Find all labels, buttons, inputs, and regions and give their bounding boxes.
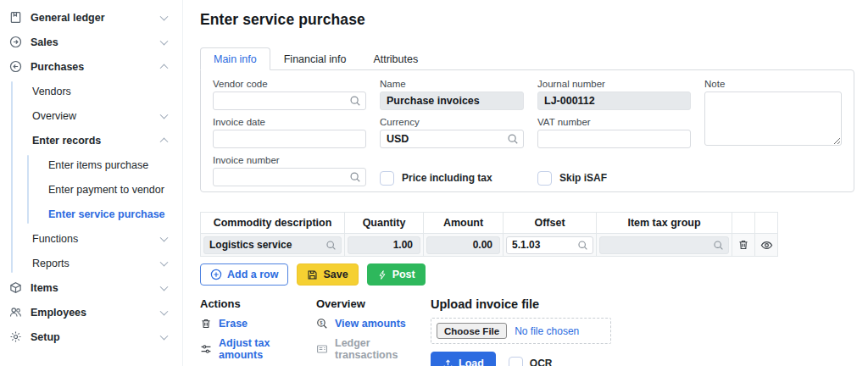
floppy-icon xyxy=(307,269,318,280)
add-row-label: Add a row xyxy=(227,269,278,280)
name-input xyxy=(380,92,524,110)
note-textarea[interactable] xyxy=(704,92,842,146)
delete-row-button[interactable] xyxy=(732,234,755,257)
sidebar-item-general-ledger[interactable]: General ledger xyxy=(0,5,182,30)
chevron-down-icon xyxy=(160,233,169,241)
view-amounts-link[interactable]: $ View amounts xyxy=(316,318,431,330)
search-icon[interactable] xyxy=(326,240,337,251)
list-card-icon xyxy=(316,343,328,355)
adjust-tax-amounts-label: Adjust tax amounts xyxy=(219,337,316,361)
quantity-input[interactable] xyxy=(348,236,420,254)
bottom-sections: Actions Erase Adjust tax amounts Overvie… xyxy=(200,297,854,366)
app-window: General ledger Sales Purchases Vendors O… xyxy=(0,0,868,366)
sidebar-item-vendors[interactable]: Vendors xyxy=(0,79,182,103)
search-icon[interactable] xyxy=(713,240,724,251)
col-view xyxy=(755,213,778,234)
sidebar-item-functions[interactable]: Functions xyxy=(0,226,182,251)
actions-title: Actions xyxy=(200,297,316,310)
invoice-number-input[interactable] xyxy=(213,168,366,186)
gear-icon xyxy=(8,330,22,344)
load-button[interactable]: Load xyxy=(431,352,496,366)
vendor-code-label: Vendor code xyxy=(213,79,366,89)
tab-main-info[interactable]: Main info xyxy=(200,47,270,70)
save-button[interactable]: Save xyxy=(297,263,358,286)
people-icon xyxy=(8,306,22,319)
arrow-left-circle-icon xyxy=(8,60,22,74)
main-content: Enter service purchase Main info Financi… xyxy=(183,0,868,366)
sidebar-item-employees[interactable]: Employees xyxy=(0,300,182,324)
invoice-number-label: Invoice number xyxy=(213,155,366,165)
plus-circle-icon xyxy=(210,269,222,280)
tab-bar: Main info Financial info Attributes xyxy=(200,47,854,69)
ocr-label: OCR xyxy=(530,358,553,366)
invoice-date-input[interactable] xyxy=(213,130,366,148)
col-offset: Offset xyxy=(504,213,597,234)
journal-number-label: Journal number xyxy=(537,79,691,89)
sidebar-item-enter-items-purchase[interactable]: Enter items purchase xyxy=(0,152,182,177)
overview-title: Overview xyxy=(316,297,431,310)
chevron-up-icon xyxy=(160,137,169,146)
price-including-tax-label: Price including tax xyxy=(402,172,492,184)
search-icon[interactable] xyxy=(349,95,361,107)
sidebar-item-label: Employees xyxy=(31,307,86,319)
invoice-date-label: Invoice date xyxy=(213,117,366,127)
chevron-down-icon xyxy=(160,12,169,20)
trash-icon xyxy=(737,239,749,251)
currency-input[interactable] xyxy=(380,130,524,148)
sidebar-item-items[interactable]: Items xyxy=(0,275,182,300)
choose-file-button[interactable]: Choose File xyxy=(437,323,507,339)
sidebar-item-label: Setup xyxy=(31,331,60,343)
sidebar-item-overview[interactable]: Overview xyxy=(0,103,182,128)
chevron-up-icon xyxy=(160,64,169,72)
erase-link[interactable]: Erase xyxy=(200,318,316,330)
skip-isaf-label: Skip iSAF xyxy=(559,172,607,184)
upload-title: Upload invoice file xyxy=(431,297,611,311)
search-icon[interactable] xyxy=(349,171,361,183)
currency-label: Currency xyxy=(380,117,524,127)
upload-icon xyxy=(442,358,453,366)
sliders-icon xyxy=(200,343,212,355)
sidebar-item-purchases[interactable]: Purchases xyxy=(0,54,182,79)
vendor-code-input[interactable] xyxy=(213,92,366,110)
skip-isaf-checkbox[interactable] xyxy=(537,171,552,186)
chevron-down-icon xyxy=(160,110,169,119)
col-delete xyxy=(732,213,755,234)
view-row-button[interactable] xyxy=(755,234,778,257)
price-including-tax-checkbox[interactable] xyxy=(380,171,394,186)
post-button[interactable]: Post xyxy=(367,263,426,286)
col-commodity-description: Commodity description xyxy=(201,213,345,234)
add-row-button[interactable]: Add a row xyxy=(200,263,288,286)
file-input[interactable]: Choose File No file chosen xyxy=(431,318,611,344)
purchases-submenu: Vendors Overview Enter records Enter ite… xyxy=(0,79,182,275)
sidebar-item-label: Enter service purchase xyxy=(48,208,165,220)
sidebar-item-enter-records[interactable]: Enter records xyxy=(0,128,182,152)
sidebar-item-label: Reports xyxy=(32,258,70,269)
tab-financial-info[interactable]: Financial info xyxy=(270,47,360,70)
load-row: Load OCR xyxy=(431,352,611,366)
sidebar-item-reports[interactable]: Reports xyxy=(0,251,182,275)
sidebar-item-sales[interactable]: Sales xyxy=(0,30,182,54)
tab-attributes[interactable]: Attributes xyxy=(359,47,431,70)
ocr-checkbox[interactable] xyxy=(509,357,523,366)
sidebar-item-label: Purchases xyxy=(31,61,84,73)
erase-label: Erase xyxy=(219,318,248,330)
col-item-tax-group: Item tax group xyxy=(597,213,732,234)
vat-number-input[interactable] xyxy=(537,130,691,148)
sidebar-item-label: Enter items purchase xyxy=(48,159,148,171)
item-tax-group-input[interactable] xyxy=(599,236,729,254)
sidebar-item-enter-payment-to-vendor[interactable]: Enter payment to vendor xyxy=(0,177,182,202)
no-file-chosen-text: No file chosen xyxy=(515,325,579,337)
journal-number-input xyxy=(537,92,691,110)
sidebar-item-setup[interactable]: Setup xyxy=(0,324,182,349)
sidebar-item-label: Enter records xyxy=(32,135,101,147)
chevron-down-icon xyxy=(160,258,169,266)
amount-input[interactable] xyxy=(426,236,500,254)
commodity-description-input[interactable] xyxy=(203,236,342,254)
search-icon[interactable] xyxy=(507,133,519,145)
sidebar-item-label: Enter payment to vendor xyxy=(48,184,164,196)
adjust-tax-amounts-link[interactable]: Adjust tax amounts xyxy=(200,337,316,361)
search-icon[interactable] xyxy=(577,240,588,251)
sidebar-item-enter-service-purchase[interactable]: Enter service purchase xyxy=(0,202,182,226)
col-amount: Amount xyxy=(424,213,504,234)
upload-section: Upload invoice file Choose File No file … xyxy=(431,297,611,366)
